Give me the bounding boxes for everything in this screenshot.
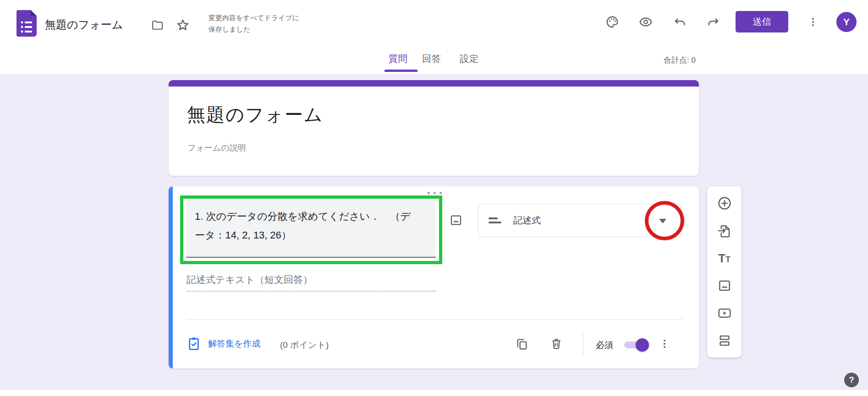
answer-key-icon [187,336,200,351]
form-description-input[interactable]: フォームの説明 [187,142,246,153]
tab-questions[interactable]: 質問 [389,53,408,65]
required-label: 必須 [596,339,613,351]
delete-icon [550,337,563,351]
dropdown-caret-icon[interactable] [659,219,666,223]
answer-key-button[interactable]: 解答集を作成 [187,336,260,351]
short-answer-underline [187,291,436,292]
delete-question-button[interactable] [547,335,566,353]
add-question-button[interactable] [716,195,733,212]
active-question-indicator [169,186,173,369]
add-text-icon: TT [718,251,731,266]
duplicate-question-button[interactable] [513,335,531,353]
tab-responses[interactable]: 回答 [422,53,441,65]
redo-icon [706,15,720,29]
question-card: 1. 次のデータの分散を求めてください． （デ ータ：14, 2, 13, 26… [169,186,699,369]
preview-eye-icon [639,15,653,29]
add-question-icon [717,195,732,211]
theme-color-bar [169,80,699,87]
form-title-card: 無題のフォーム フォームの説明 [169,80,699,176]
folder-icon [151,19,164,32]
video-icon [717,306,732,320]
more-options-button[interactable] [805,14,821,30]
question-more-options-button[interactable] [654,334,675,354]
answer-key-label: 解答集を作成 [208,338,260,350]
star-icon [176,18,190,33]
account-avatar[interactable]: Y [836,12,857,32]
form-title-header[interactable]: 無題のフォーム [45,17,123,32]
question-type-label: 記述式 [513,214,541,227]
kebab-icon [659,338,670,350]
toggle-knob [636,338,649,352]
form-title-input[interactable]: 無題のフォーム [187,102,324,127]
total-points-label: 合計点: 0 [664,55,696,65]
question-text-line1: 1. 次のデータの分散を求めてください． （デ [195,207,428,226]
bottom-edge [0,390,868,396]
kebab-icon [807,16,819,28]
header: 無題のフォーム 変更内容をすべてドライブに 保存しました [0,0,868,75]
star-button[interactable] [174,16,192,34]
short-answer-placeholder[interactable]: 記述式テキスト（短文回答） [187,273,313,286]
add-section-button[interactable] [716,332,733,349]
side-toolbar: TT [707,186,742,358]
import-questions-icon [717,223,732,238]
image-icon [717,278,732,293]
redo-button[interactable] [705,14,721,30]
move-to-folder-button[interactable] [149,17,165,33]
add-image-icon [449,213,463,227]
add-image-button[interactable] [716,277,733,294]
help-button[interactable]: ? [844,373,859,387]
send-button[interactable]: 送信 [736,11,788,33]
saved-status: 変更内容をすべてドライブに 保存しました [209,12,299,35]
question-title-input[interactable]: 1. 次のデータの分散を求めてください． （デ ータ：14, 2, 13, 26… [186,200,436,258]
footer-divider-vertical [583,333,583,357]
import-questions-button[interactable] [716,222,733,239]
add-image-to-question-button[interactable] [447,212,465,229]
duplicate-icon [515,337,529,351]
saved-status-line2: 保存しました [209,23,299,35]
active-tab-underline [385,70,418,72]
undo-icon [673,15,687,29]
add-title-description-button[interactable]: TT [716,250,733,266]
question-text-line2: ータ：14, 2, 13, 26） [195,226,428,244]
section-icon [717,333,732,348]
add-video-button[interactable] [716,305,733,321]
google-forms-editor: 無題のフォーム 変更内容をすべてドライブに 保存しました [0,0,868,396]
question-footer-divider [187,319,683,320]
points-label: (0 ポイント) [280,339,329,351]
palette-icon [605,15,619,29]
preview-button[interactable] [637,14,654,30]
saved-status-line1: 変更内容をすべてドライブに [209,12,299,23]
customize-theme-button[interactable] [604,14,621,30]
short-answer-icon [489,217,501,223]
question-type-dropdown[interactable]: 記述式 [478,204,681,237]
tab-settings[interactable]: 設定 [460,53,479,65]
undo-button[interactable] [672,14,688,30]
required-toggle[interactable] [624,338,650,352]
forms-logo [16,10,37,37]
drag-handle-dots[interactable] [424,192,445,194]
